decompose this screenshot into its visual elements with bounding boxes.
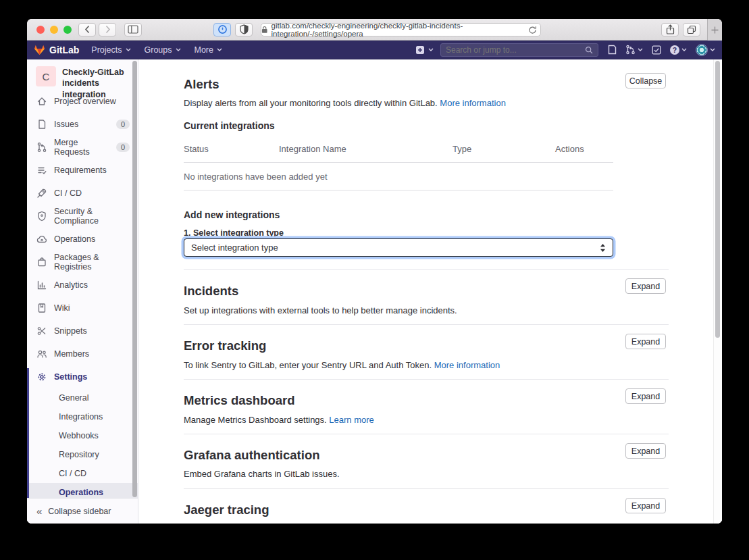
sidebar-item-requirements[interactable]: Requirements: [27, 159, 138, 182]
lock-icon: [261, 26, 267, 34]
error-tracking-more-information-link[interactable]: More information: [434, 360, 500, 370]
nav-groups-label: Groups: [145, 45, 172, 55]
merge-request-icon: [36, 142, 47, 153]
sidebar-item-merge-requests[interactable]: Merge Requests 0: [27, 136, 138, 159]
sidebar-item-wiki[interactable]: Wiki: [27, 297, 138, 320]
tanuki-icon: [34, 45, 45, 55]
select-stepper-icon: [600, 243, 606, 253]
incidents-section-title: Incidents: [184, 284, 238, 299]
password-manager-extension-button[interactable]: [213, 23, 231, 36]
error-tracking-expand-button[interactable]: Expand: [625, 334, 666, 349]
project-sidebar: C Checkly-GitLab incidents integration P…: [27, 59, 138, 524]
nav-more-label: More: [195, 45, 213, 55]
sidebar-item-analytics[interactable]: Analytics: [27, 274, 138, 297]
section-divider: [184, 269, 669, 270]
metrics-dashboard-expand-button[interactable]: Expand: [625, 388, 666, 404]
sidebar-item-label: Settings: [54, 372, 87, 382]
back-button[interactable]: [78, 23, 96, 36]
plus-square-icon: [415, 45, 425, 55]
password-manager-icon: [217, 24, 228, 34]
settings-sub-ci-cd[interactable]: CI / CD: [27, 464, 138, 483]
back-chevron-icon: [84, 25, 91, 34]
subnav-label: Repository: [59, 450, 99, 459]
gitlab-logo[interactable]: GitLab: [34, 45, 79, 55]
sidebar-scrollbar[interactable]: [132, 61, 137, 497]
integration-type-select[interactable]: Select integration type: [184, 238, 613, 257]
nav-groups[interactable]: Groups: [145, 45, 181, 55]
sidebar-item-label: Wiki: [54, 303, 70, 313]
brand-name: GitLab: [49, 45, 79, 55]
settings-sub-webhooks[interactable]: Webhooks: [27, 426, 138, 445]
column-header-type: Type: [453, 144, 471, 154]
nav-projects-label: Projects: [91, 45, 122, 55]
incidents-description: Set up integrations with external tools …: [184, 305, 457, 315]
project-name: Checkly-GitLab incidents integration: [62, 66, 132, 87]
table-divider: [184, 162, 613, 163]
sidebar-item-label: Packages & Registries: [54, 253, 138, 272]
alerts-collapse-button[interactable]: Collapse: [625, 73, 666, 88]
empty-table-message: No integrations have been added yet: [184, 172, 328, 182]
global-search[interactable]: [440, 43, 598, 57]
shield-extension-button[interactable]: [235, 23, 253, 36]
sidebar-item-packages[interactable]: Packages & Registries: [27, 251, 138, 274]
traffic-lights: [36, 26, 72, 34]
collapse-sidebar-button[interactable]: « Collapse sidebar: [27, 498, 138, 524]
project-header[interactable]: C Checkly-GitLab incidents integration: [27, 59, 138, 90]
grafana-description: Embed Grafana charts in GitLab issues.: [184, 469, 340, 479]
sidebar-item-security[interactable]: Security & Compliance: [27, 205, 138, 228]
share-icon: [666, 24, 675, 34]
subnav-label: Operations: [59, 488, 103, 497]
jaeger-expand-button[interactable]: Expand: [625, 498, 666, 513]
project-avatar: C: [36, 66, 56, 86]
current-integrations-heading: Current integrations: [184, 120, 275, 131]
sidebar-item-ci-cd[interactable]: CI / CD: [27, 182, 138, 205]
integration-type-select-value: Select integration type: [191, 243, 278, 253]
collapse-sidebar-label: Collapse sidebar: [48, 507, 111, 516]
metrics-dashboard-learn-more-link[interactable]: Learn more: [329, 415, 373, 425]
issues-dashboard-button[interactable]: [608, 45, 617, 55]
sidebar-item-snippets[interactable]: Snippets: [27, 320, 138, 342]
sidebar-item-label: Snippets: [54, 326, 87, 336]
section-divider: [184, 379, 669, 380]
add-new-integrations-heading: Add new integrations: [184, 209, 280, 220]
sidebar-item-issues[interactable]: Issues 0: [27, 113, 138, 136]
close-window-button[interactable]: [36, 26, 45, 34]
sidebar-item-settings[interactable]: Settings: [27, 365, 138, 388]
grafana-expand-button[interactable]: Expand: [625, 443, 666, 459]
issues-count-badge: 0: [116, 120, 130, 129]
shield-icon: [36, 211, 47, 222]
nav-more[interactable]: More: [195, 45, 222, 55]
help-menu-button[interactable]: ?: [670, 45, 687, 55]
todos-button[interactable]: [652, 45, 661, 55]
search-input[interactable]: [446, 45, 585, 55]
metrics-dashboard-description-text: Manage Metrics Dashboard settings.: [184, 415, 327, 425]
sidebar-toggle-button[interactable]: [124, 23, 142, 36]
subnav-label: CI / CD: [59, 469, 86, 478]
minimize-window-button[interactable]: [50, 26, 58, 34]
background-window-new-tab[interactable]: [707, 19, 722, 41]
settings-sub-general[interactable]: General: [27, 388, 138, 407]
incidents-expand-button[interactable]: Expand: [625, 278, 666, 294]
reload-button[interactable]: [528, 26, 537, 34]
column-header-status: Status: [184, 144, 209, 154]
chart-icon: [36, 280, 47, 290]
jaeger-section-title: Jaeger tracing: [184, 503, 269, 517]
merge-requests-button[interactable]: [625, 45, 643, 55]
sidebar-item-members[interactable]: Members: [27, 342, 138, 365]
settings-sub-repository[interactable]: Repository: [27, 445, 138, 464]
address-bar[interactable]: gitlab.com/checkly-engineering/checkly-g…: [261, 23, 541, 36]
subnav-label: Webhooks: [59, 431, 99, 440]
nav-projects[interactable]: Projects: [91, 45, 130, 55]
page-scrollbar[interactable]: [715, 61, 720, 338]
share-button[interactable]: [661, 23, 679, 36]
sidebar-item-label: Security & Compliance: [54, 207, 138, 226]
alerts-more-information-link[interactable]: More information: [440, 98, 506, 108]
sidebar-item-operations[interactable]: Operations: [27, 228, 138, 251]
settings-sub-integrations[interactable]: Integrations: [27, 407, 138, 426]
forward-button[interactable]: [99, 23, 116, 36]
tab-overview-button[interactable]: [683, 23, 700, 36]
user-menu-button[interactable]: [696, 44, 715, 56]
chevron-down-icon: [217, 48, 222, 51]
new-menu-button[interactable]: [415, 45, 434, 55]
zoom-window-button[interactable]: [63, 26, 72, 34]
